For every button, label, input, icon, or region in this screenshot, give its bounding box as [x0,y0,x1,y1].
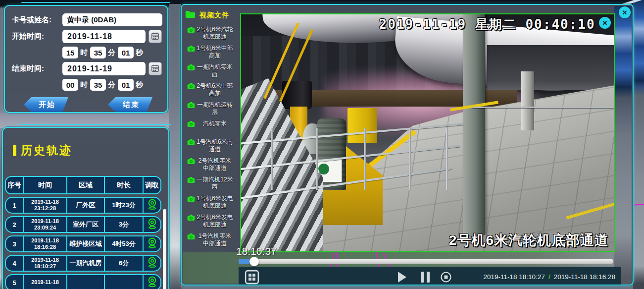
row-area: 厂外区 [67,198,105,213]
row-index: 1 [6,198,24,213]
bg-gap-strip [0,113,181,128]
play-button[interactable] [398,272,406,283]
layout-grid-button[interactable] [245,270,259,286]
video-file-item[interactable]: 1号机6米发电机底部通 [185,195,240,210]
stop-button[interactable] [440,271,452,285]
table-row[interactable]: 1 2019-11-18 23:12:28 厂外区 1时23分 [5,197,161,214]
row-time: 2019-11-18 [24,275,67,289]
video-file-tree: 视频文件 2号机6米汽轮机底部通 1号机6米中部高加 一期汽机零米西 2号机6米… [185,10,240,251]
camera-icon [185,176,196,185]
video-file-label: 一期汽机运转层 [196,101,234,116]
row-time: 2019-11-18 23:09:24 [24,217,67,232]
end-hms-row: 时 分 秒 [62,79,162,91]
webcam-icon[interactable] [146,217,159,232]
camera-icon [185,45,196,54]
video-files-root[interactable]: 视频文件 [185,10,240,20]
scene-yellow-cabinet [347,108,377,144]
hour-unit: 时 [80,48,88,58]
video-file-label: 一期汽机零米西 [196,63,234,78]
video-file-label: 1号机6米中部高加 [196,45,234,59]
row-index: 2 [6,217,24,232]
video-file-item[interactable]: 1号机6米中部高加 [185,45,240,59]
row-date-line: 2019-11-18 [31,279,59,286]
end-time-label: 结束时间: [12,64,62,73]
second-unit: 秒 [136,80,143,90]
video-file-label: 2号汽机零米中部通道 [196,157,234,172]
title-accent-bar [13,145,16,156]
video-file-item[interactable]: 1号汽机6米南通道 [185,138,240,153]
row-fetch-cell [144,256,160,271]
video-file-item[interactable]: 2号机6米发电机底部通 [185,214,240,229]
end-calendar-button[interactable] [149,62,162,75]
table-row[interactable]: 4 2019-11-18 18:10:27 一期汽机房 6分 [5,255,161,272]
minute-unit: 分 [108,80,115,90]
table-row[interactable]: 3 2019-11-18 18:16:28 维护楼区域 4时53分 [5,235,161,252]
webcam-icon[interactable] [146,236,159,251]
table-row[interactable]: 2 2019-11-18 23:09:24 室外厂区 3分 [5,216,161,233]
row-time-line: 18:10:27 [34,263,56,270]
seek-bar-handle[interactable] [249,257,259,266]
range-end: 2019-11-18 18:16:28 [554,273,615,281]
end-hour-input[interactable] [62,79,78,91]
col-duration: 时长 [105,177,144,193]
video-file-label: 2号机6米中部高加 [196,82,234,97]
start-hour-input[interactable] [62,47,78,58]
video-file-item[interactable]: 一期汽机12米西 [185,176,240,191]
range-separator: / [545,273,554,281]
video-file-item[interactable]: 2号机6米中部高加 [185,82,240,97]
row-area [67,275,105,289]
scene-rail-post [271,128,273,189]
search-panel: 卡号或姓名: 开始时间: 时 分 秒 结束时间: [4,5,168,113]
start-second-input[interactable] [118,47,134,58]
start-calendar-button[interactable] [149,30,162,43]
history-scrollbar[interactable] [163,209,166,289]
hour-unit: 时 [80,80,88,90]
pause-button[interactable] [421,272,430,283]
webcam-icon[interactable] [146,275,159,289]
end-minute-input[interactable] [90,79,106,91]
video-file-label: 1号汽机零米中部通道 [196,232,234,247]
app-root: 卡号或姓名: 开始时间: 时 分 秒 结束时间: [0,0,644,289]
end-second-input[interactable] [118,79,134,91]
video-file-item[interactable]: 2号机6米汽轮机底部通 [185,26,240,41]
video-file-label: 2号机6米汽轮机底部通 [196,26,234,41]
row-date-line: 2019-11-18 [31,199,59,205]
video-file-list: 2号机6米汽轮机底部通 1号机6米中部高加 一期汽机零米西 2号机6米中部高加 … [185,26,240,247]
video-file-item[interactable]: 一期汽机运转层 [185,101,240,116]
video-file-item[interactable]: 1号汽机零米中部通道 [185,232,240,247]
row-duration [105,275,144,289]
camera-icon [185,195,196,204]
start-button[interactable]: 开始 [24,97,68,112]
panel-right-bg [614,6,632,286]
row-time-line: 18:16:28 [34,244,56,250]
end-button[interactable]: 结束 [108,97,152,112]
webcam-icon[interactable] [146,256,159,271]
table-row[interactable]: 5 2019-11-18 [5,274,161,289]
name-input[interactable] [62,13,162,26]
row-index: 5 [6,275,24,289]
start-minute-input[interactable] [90,47,106,58]
playback-range: 2019-11-18 18:10:27/2019-11-18 18:16:28 [484,273,615,281]
video-panel: 视频文件 2号机6米汽轮机底部通 1号机6米中部高加 一期汽机零米西 2号机6米… [181,4,634,286]
camera-icon [185,82,196,92]
video-file-item[interactable]: 汽机零米 [185,120,240,134]
video-file-item[interactable]: 一期汽机零米西 [185,63,240,78]
playback-current-time: 18:10:37 [236,245,277,257]
history-title-row: 历史轨迹 [13,143,168,158]
start-date-input[interactable] [62,30,146,43]
history-table-header: 序号 时间 区域 时长 调取 [5,176,161,194]
video-file-item[interactable]: 2号汽机零米中部通道 [185,157,240,172]
row-time-line: 23:12:28 [34,205,56,212]
seek-bar[interactable] [239,259,613,264]
row-fetch-cell [144,198,160,213]
scene-rail-post [446,128,448,189]
panel-close-button[interactable]: ✕ [619,6,631,18]
row-index: 3 [6,236,24,251]
end-date-input[interactable] [62,62,146,75]
video-player-frame: 2019-11-19 星期二 00:40:10 2号机6米汽轮机底部通道 ✕ [240,13,615,252]
camera-icon [185,214,196,223]
player-controls-bar: 2019-11-18 18:10:27/2019-11-18 18:16:28 [239,267,621,286]
video-close-button[interactable]: ✕ [599,17,611,29]
webcam-icon[interactable] [146,198,159,213]
history-table: 序号 时间 区域 时长 调取 1 2019-11-18 23:12:28 厂外区… [5,176,161,289]
